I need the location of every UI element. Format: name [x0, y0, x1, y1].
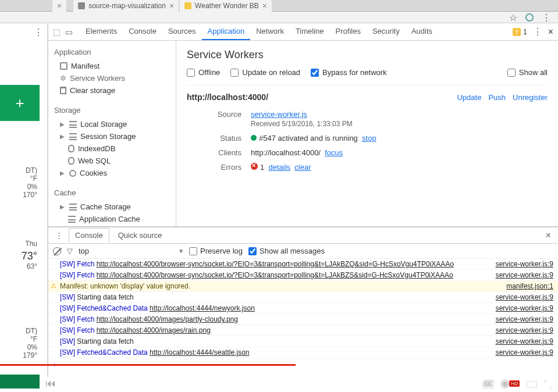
filter-icon[interactable]: ▽ [67, 247, 73, 255]
log-source-link[interactable]: service-worker.js:9 [484, 348, 553, 357]
devtools-tab-profiles[interactable]: Profiles [330, 23, 367, 40]
log-message: [SW] Fetch http://localhost:4000/browser… [60, 260, 484, 268]
star-icon[interactable]: ☆ [509, 12, 517, 23]
sidebar-item-cookies[interactable]: ▶Cookies [48, 167, 176, 179]
drawer-tabbar: ⋮ Console Quick source × [48, 227, 558, 244]
sidebar-item-cache-storage[interactable]: ▶Cache Storage [48, 201, 176, 213]
console-drawer: ⋮ Console Quick source × ▽ top▾ Preserve… [48, 227, 558, 377]
log-url-link[interactable]: http://localhost:4444/seattle.json [150, 348, 249, 357]
log-url-link[interactable]: http://localhost:4000/browser-sync/socke… [97, 271, 453, 279]
close-icon[interactable]: × [548, 27, 553, 37]
preserve-log-checkbox[interactable]: Preserve log [189, 247, 243, 255]
log-source-link[interactable]: service-worker.js:9 [484, 304, 553, 312]
update-reload-checkbox[interactable]: Update on reload [230, 68, 300, 77]
extension-icon[interactable] [525, 13, 534, 22]
expand-icon[interactable]: ▶ [60, 170, 66, 176]
push-link[interactable]: Push [488, 93, 506, 102]
sidebar-item-indexeddb[interactable]: IndexedDB [48, 142, 176, 155]
settings-icon[interactable]: ⚙HD [501, 379, 520, 390]
log-source-link[interactable]: service-worker.js:9 [484, 271, 553, 279]
status-text: #547 activated and is running [259, 134, 358, 142]
log-url-link[interactable]: http://localhost:4444/newyork.json [150, 304, 255, 312]
captions-icon[interactable]: CC [482, 380, 494, 389]
close-icon[interactable]: × [57, 2, 62, 10]
clear-link[interactable]: clear [294, 163, 311, 172]
fullscreen-icon[interactable] [544, 380, 552, 389]
sidebar-item-service-workers[interactable]: ✲Service Workers [48, 72, 176, 84]
devtools-tab-timeline[interactable]: Timeline [290, 23, 330, 40]
expand-icon[interactable]: ▶ [60, 204, 66, 210]
focus-link[interactable]: focus [325, 148, 343, 157]
sidebar-item-websql[interactable]: Web SQL [48, 155, 176, 167]
sidebar-item-clear-storage[interactable]: Clear storage [48, 84, 176, 97]
device-icon[interactable]: ▭ [65, 27, 73, 37]
warnings-badge[interactable]: 1 [513, 28, 527, 36]
update-link[interactable]: Update [457, 93, 481, 102]
devtools-tab-sources[interactable]: Sources [162, 23, 202, 40]
expand-icon[interactable]: ▶ [60, 133, 66, 140]
devtools-tab-elements[interactable]: Elements [80, 23, 123, 40]
section-title-storage: Storage [48, 102, 176, 118]
expand-icon[interactable]: ▶ [60, 121, 66, 127]
show-all-messages-checkbox[interactable]: Show all messages [248, 247, 325, 255]
offline-checkbox[interactable]: Offline [187, 68, 220, 77]
video-progress-bar[interactable] [0, 364, 558, 366]
context-selector[interactable]: top▾ [79, 247, 183, 255]
devtools-tab-security[interactable]: Security [367, 23, 406, 40]
log-source-link[interactable]: service-worker.js:9 [484, 337, 553, 345]
console-toolbar: ▽ top▾ Preserve log Show all messages [48, 244, 558, 259]
console-log-row: [SW] Fetched&Cached Data http://localhos… [48, 303, 558, 314]
inspect-icon[interactable]: ⬚ [53, 27, 61, 37]
browser-tab[interactable]: × [52, 0, 66, 12]
error-dot-icon [251, 163, 258, 170]
log-source-link[interactable]: manifest.json:1 [495, 282, 553, 290]
sidebar-item-session-storage[interactable]: ▶Session Storage [48, 130, 176, 142]
video-prev-icon[interactable]: ⏮ [45, 377, 56, 390]
log-source-link[interactable]: service-worker.js:9 [484, 315, 553, 323]
unregister-link[interactable]: Unregister [513, 93, 548, 102]
manifest-icon [60, 62, 67, 70]
devtools-tab-console[interactable]: Console [123, 23, 162, 40]
sidebar-item-manifest[interactable]: Manifest [48, 60, 176, 72]
video-progress-fill [0, 364, 296, 366]
kebab-icon[interactable]: ⋮ [52, 231, 66, 240]
console-log-row: [SW] Fetch http://localhost:4000/images/… [48, 325, 558, 336]
browser-tab[interactable]: source-map-visualization × [73, 0, 179, 12]
log-source-link[interactable]: service-worker.js:9 [484, 326, 553, 334]
details-link[interactable]: details [268, 163, 290, 172]
section-title-cache: Cache [48, 185, 176, 201]
log-source-link[interactable]: service-worker.js:9 [484, 293, 553, 301]
drawer-tab-console[interactable]: Console [69, 228, 109, 243]
weather-card-footer [0, 375, 40, 389]
log-url-link[interactable]: http://localhost:4000/browser-sync/socke… [97, 260, 454, 268]
console-log-row: [SW] Starting data fetchservice-worker.j… [48, 292, 558, 303]
devtools-tab-application[interactable]: Application [202, 23, 251, 40]
stop-link[interactable]: stop [362, 134, 376, 142]
clear-console-icon[interactable] [53, 247, 61, 255]
sidebar-item-application-cache[interactable]: Application Cache [48, 213, 176, 225]
close-icon[interactable]: × [262, 2, 267, 10]
show-all-checkbox[interactable]: Show all [507, 68, 548, 77]
storage-icon [69, 133, 77, 140]
log-message: [SW] Starting data fetch [60, 293, 484, 301]
devtools-tab-audits[interactable]: Audits [406, 23, 438, 40]
devtools-tab-network[interactable]: Network [250, 23, 290, 40]
settings-icon[interactable]: ⋮ [533, 26, 542, 37]
label: °F [0, 174, 37, 183]
log-source-link[interactable]: service-worker.js:9 [484, 260, 553, 268]
source-file-link[interactable]: service-worker.js [251, 110, 307, 119]
add-button[interactable]: + [0, 85, 40, 121]
browser-tab[interactable]: Weather Wonder BB × [180, 0, 272, 12]
drawer-tab-quick-source[interactable]: Quick source [112, 228, 169, 243]
bypass-network-checkbox[interactable]: Bypass for network [311, 68, 387, 77]
miniplayer-icon[interactable] [527, 381, 537, 388]
kebab-icon[interactable]: ⋮ [34, 27, 43, 38]
sidebar-item-local-storage[interactable]: ▶Local Storage [48, 118, 176, 130]
close-icon[interactable]: × [169, 2, 174, 10]
log-url-link[interactable]: http://localhost:4000/images/partly-clou… [97, 315, 238, 323]
log-url-link[interactable]: http://localhost:4000/images/rain.png [97, 326, 211, 334]
menu-icon[interactable]: ⋮ [542, 12, 551, 23]
close-icon[interactable]: × [542, 230, 555, 241]
browser-toolbar: ☆ ⋮ [0, 12, 558, 23]
log-message: [SW] Fetch http://localhost:4000/browser… [60, 271, 484, 279]
